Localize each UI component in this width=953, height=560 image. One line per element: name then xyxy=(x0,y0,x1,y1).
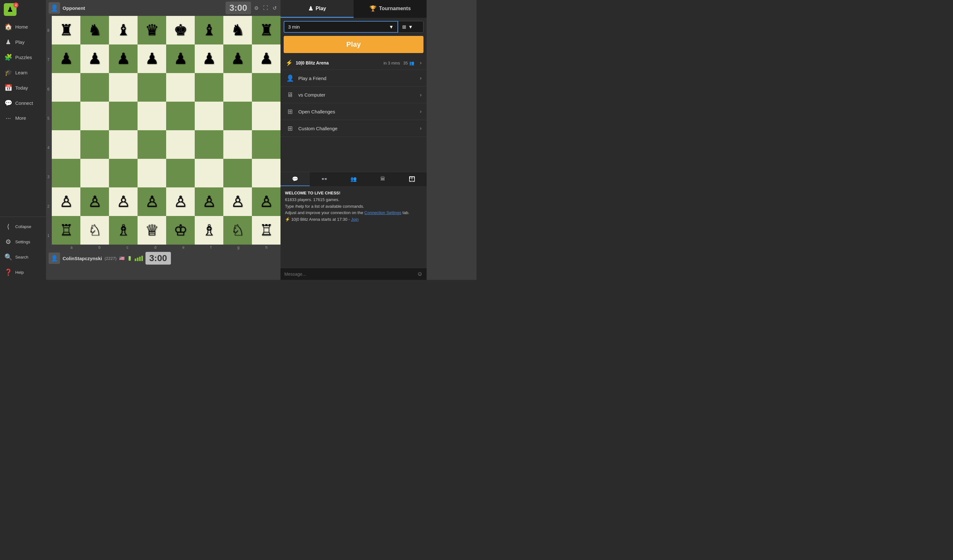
tab-play[interactable]: ♟ Play xyxy=(281,0,354,18)
cell-3-6[interactable] xyxy=(224,102,252,130)
sidebar-item-help[interactable]: ❓ Help xyxy=(0,265,46,280)
cell-6-2[interactable]: ♙ xyxy=(109,188,138,216)
cell-0-5[interactable]: ♝ xyxy=(195,16,224,45)
piece-0-1: ♞ xyxy=(88,23,102,38)
mode-select[interactable]: ⊞ ▼ xyxy=(398,21,424,33)
cell-3-0[interactable] xyxy=(52,102,81,130)
cell-4-5[interactable] xyxy=(195,130,224,159)
cell-7-2[interactable]: ♗ xyxy=(109,216,138,245)
cell-3-7[interactable] xyxy=(252,102,281,130)
fullscreen-button[interactable]: ⛶ xyxy=(262,4,269,12)
cell-5-1[interactable] xyxy=(81,159,109,188)
settings-control-button[interactable]: ⚙ xyxy=(253,4,260,12)
cell-4-0[interactable] xyxy=(52,130,81,159)
cell-5-7[interactable] xyxy=(252,159,281,188)
cell-0-7[interactable]: ♜ xyxy=(252,16,281,45)
cell-2-5[interactable] xyxy=(195,73,224,102)
cell-7-3[interactable]: ♕ xyxy=(138,216,166,245)
option-custom-challenge[interactable]: ⊞ Custom Challenge › xyxy=(281,120,427,137)
chat-tab-friends[interactable]: 👥 xyxy=(339,172,368,186)
cell-2-2[interactable] xyxy=(109,73,138,102)
connection-settings-link[interactable]: Connection Settings xyxy=(364,210,401,215)
chat-input[interactable] xyxy=(284,271,414,277)
cell-2-7[interactable] xyxy=(252,73,281,102)
cell-0-6[interactable]: ♞ xyxy=(224,16,252,45)
cell-2-0[interactable] xyxy=(52,73,81,102)
cell-3-2[interactable] xyxy=(109,102,138,130)
cell-1-0[interactable]: ♟ xyxy=(52,45,81,73)
sidebar-item-play[interactable]: ♟ Play xyxy=(0,34,46,50)
chat-tab-spectate[interactable]: 👓 xyxy=(310,172,339,186)
cell-3-3[interactable] xyxy=(138,102,166,130)
chess-board[interactable]: ♜♞♝♛♚♝♞♜♟♟♟♟♟♟♟♟♙♙♙♙♙♙♙♙♖♘♗♕♔♗♘♖ xyxy=(52,16,281,245)
cell-2-4[interactable] xyxy=(166,73,195,102)
cell-1-3[interactable]: ♟ xyxy=(138,45,166,73)
cell-6-5[interactable]: ♙ xyxy=(195,188,224,216)
cell-7-6[interactable]: ♘ xyxy=(224,216,252,245)
sidebar-item-home[interactable]: 🏠 Home xyxy=(0,19,46,34)
option-play-friend[interactable]: 👤 Play a Friend › xyxy=(281,70,427,87)
cell-5-6[interactable] xyxy=(224,159,252,188)
player-flag: 🇺🇸 xyxy=(119,256,124,261)
cell-7-5[interactable]: ♗ xyxy=(195,216,224,245)
cell-0-0[interactable]: ♜ xyxy=(52,16,81,45)
cell-4-4[interactable] xyxy=(166,130,195,159)
refresh-button[interactable]: ↺ xyxy=(271,4,278,12)
cell-3-5[interactable] xyxy=(195,102,224,130)
cell-4-7[interactable] xyxy=(252,130,281,159)
cell-4-2[interactable] xyxy=(109,130,138,159)
cell-4-3[interactable] xyxy=(138,130,166,159)
option-open-challenges[interactable]: ⊞ Open Challenges › xyxy=(281,103,427,120)
open-challenges-icon: ⊞ xyxy=(286,108,295,115)
option-vs-computer[interactable]: 🖥 vs Computer › xyxy=(281,87,427,103)
sidebar-item-collapse[interactable]: ⟨ Collapse xyxy=(0,219,46,234)
sidebar-item-today[interactable]: 📅 Today xyxy=(0,80,46,95)
cell-6-6[interactable]: ♙ xyxy=(224,188,252,216)
cell-7-7[interactable]: ♖ xyxy=(252,216,281,245)
cell-6-7[interactable]: ♙ xyxy=(252,188,281,216)
chat-tab-clubs[interactable]: 🏛 xyxy=(368,172,397,186)
cell-4-1[interactable] xyxy=(81,130,109,159)
cell-0-3[interactable]: ♛ xyxy=(138,16,166,45)
sidebar-item-settings[interactable]: ⚙ Settings xyxy=(0,234,46,249)
cell-6-3[interactable]: ♙ xyxy=(138,188,166,216)
chat-tab-teams[interactable]: 👨‍👩‍👦 xyxy=(397,172,427,186)
time-select[interactable]: 3 min ▼ xyxy=(284,21,398,33)
cell-7-0[interactable]: ♖ xyxy=(52,216,81,245)
cell-5-4[interactable] xyxy=(166,159,195,188)
cell-2-6[interactable] xyxy=(224,73,252,102)
cell-5-3[interactable] xyxy=(138,159,166,188)
arena-join-link[interactable]: Join xyxy=(351,217,359,222)
cell-1-6[interactable]: ♟ xyxy=(224,45,252,73)
cell-4-6[interactable] xyxy=(224,130,252,159)
chat-tab-messages[interactable]: 💬 xyxy=(281,172,310,186)
cell-7-4[interactable]: ♔ xyxy=(166,216,195,245)
cell-5-0[interactable] xyxy=(52,159,81,188)
cell-1-7[interactable]: ♟ xyxy=(252,45,281,73)
cell-5-5[interactable] xyxy=(195,159,224,188)
cell-6-0[interactable]: ♙ xyxy=(52,188,81,216)
sidebar-item-puzzles[interactable]: 🧩 Puzzles xyxy=(0,50,46,65)
cell-1-2[interactable]: ♟ xyxy=(109,45,138,73)
cell-2-1[interactable] xyxy=(81,73,109,102)
cell-1-1[interactable]: ♟ xyxy=(81,45,109,73)
cell-0-2[interactable]: ♝ xyxy=(109,16,138,45)
cell-3-4[interactable] xyxy=(166,102,195,130)
cell-1-5[interactable]: ♟ xyxy=(195,45,224,73)
cell-6-1[interactable]: ♙ xyxy=(81,188,109,216)
play-button[interactable]: Play xyxy=(284,36,424,53)
sidebar-item-learn[interactable]: 🎓 Learn xyxy=(0,65,46,80)
cell-6-4[interactable]: ♙ xyxy=(166,188,195,216)
cell-2-3[interactable] xyxy=(138,73,166,102)
cell-0-1[interactable]: ♞ xyxy=(81,16,109,45)
cell-3-1[interactable] xyxy=(81,102,109,130)
sidebar-item-search[interactable]: 🔍 Search xyxy=(0,249,46,265)
cell-7-1[interactable]: ♘ xyxy=(81,216,109,245)
emoji-button[interactable]: ☺ xyxy=(417,271,423,277)
tab-tournaments[interactable]: 🏆 Tournaments xyxy=(354,0,427,18)
sidebar-item-more[interactable]: ··· More xyxy=(0,110,46,126)
cell-5-2[interactable] xyxy=(109,159,138,188)
cell-1-4[interactable]: ♟ xyxy=(166,45,195,73)
cell-0-4[interactable]: ♚ xyxy=(166,16,195,45)
sidebar-item-connect[interactable]: 💬 Connect xyxy=(0,95,46,110)
